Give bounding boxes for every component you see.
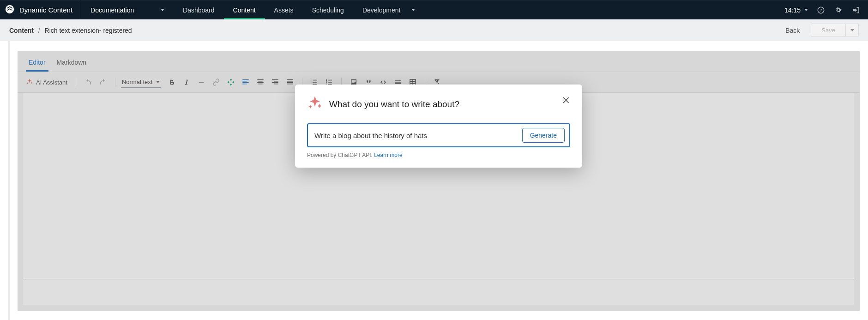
brand-label: Dynamic Content [19,6,72,14]
chevron-down-icon [804,9,808,11]
nav-tab-development[interactable]: Development [353,0,425,19]
top-nav: Dynamic Content Documentation Dashboard … [0,0,868,19]
breadcrumb-separator: / [38,27,40,34]
save-dropdown-button[interactable] [846,24,859,37]
learn-more-link[interactable]: Learn more [374,152,402,158]
nav-tab-label: Development [362,6,401,14]
left-rail [8,41,10,320]
clock-display[interactable]: 14:15 [784,6,808,14]
close-icon [562,96,571,105]
nav-tab-label: Scheduling [312,6,344,14]
settings-icon[interactable] [834,6,843,15]
subheader-actions: Back Save [785,24,859,37]
nav-tab-dashboard[interactable]: Dashboard [174,0,224,19]
save-button[interactable]: Save [811,24,846,37]
generate-button[interactable]: Generate [522,128,565,143]
modal-overlay: What do you want to write about? Generat… [18,51,860,311]
clock-time: 14:15 [784,6,801,14]
ai-prompt-modal: What do you want to write about? Generat… [295,85,582,168]
brand: Dynamic Content [0,0,81,19]
brand-logo-icon [5,4,15,16]
nav-right: 14:15 ? [784,0,868,19]
save-button-group: Save [811,24,859,37]
prompt-input[interactable] [314,132,517,139]
svg-text:?: ? [820,8,822,12]
nav-tab-content[interactable]: Content [224,0,265,19]
nav-tab-label: Assets [274,6,294,14]
nav-tab-assets[interactable]: Assets [265,0,303,19]
sparkle-icon [307,96,323,113]
hub-selector[interactable]: Documentation [81,0,174,19]
nav-tab-label: Content [233,6,256,14]
modal-title: What do you want to write about? [329,99,459,109]
nav-tab-scheduling[interactable]: Scheduling [303,0,353,19]
chevron-down-icon [850,29,854,31]
breadcrumb: Content / Rich text extension- registere… [9,27,132,34]
chevron-down-icon [161,9,164,11]
modal-footer: Powered by ChatGPT API. Learn more [307,152,570,158]
close-button[interactable] [560,94,573,107]
logout-icon[interactable] [851,6,861,15]
breadcrumb-current: Rich text extension- registered [45,27,132,34]
chevron-down-icon [411,9,415,11]
subheader: Content / Rich text extension- registere… [0,19,868,41]
help-icon[interactable]: ? [816,6,826,15]
main-nav-tabs: Dashboard Content Assets Scheduling Deve… [174,0,424,19]
nav-tab-label: Dashboard [183,6,215,14]
back-link[interactable]: Back [785,27,800,34]
powered-by-text: Powered by ChatGPT API. [307,152,374,158]
modal-header: What do you want to write about? [307,96,570,113]
breadcrumb-root[interactable]: Content [9,27,34,34]
editor-card: Editor Markdown AI Assistant Normal text [18,51,860,311]
page-stage: Editor Markdown AI Assistant Normal text [0,41,868,320]
hub-name: Documentation [90,6,134,14]
prompt-input-row: Generate [307,123,570,147]
